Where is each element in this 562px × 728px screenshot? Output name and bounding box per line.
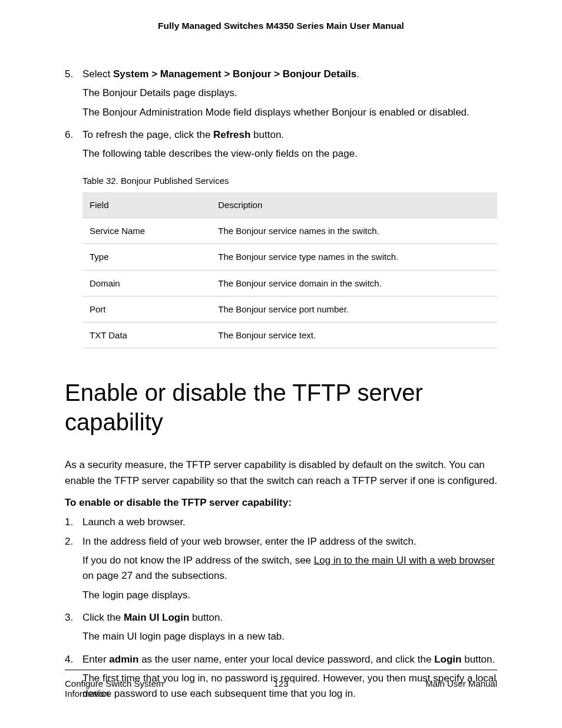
- table-header-row: Field Description: [82, 192, 497, 218]
- text: .: [356, 68, 359, 80]
- col-header-field: Field: [82, 192, 211, 218]
- menu-path: System > Management > Bonjour > Bonjour …: [113, 68, 356, 80]
- cell-field: TXT Data: [82, 322, 211, 348]
- bonjour-services-table: Field Description Service Name The Bonjo…: [82, 192, 497, 349]
- page-header: Fully Managed Switches M4350 Series Main…: [65, 21, 497, 31]
- sub-paragraph: The following table describes the view-o…: [82, 146, 497, 162]
- text: Select: [82, 68, 113, 80]
- sub-paragraph: The Bonjour Details page displays.: [82, 85, 497, 101]
- intro-paragraph: As a security measure, the TFTP server c…: [65, 457, 497, 489]
- cell-field: Port: [82, 296, 211, 322]
- footer-manual-name: Main User Manual: [425, 678, 497, 699]
- table-caption: Table 32. Bonjour Published Services: [82, 174, 497, 187]
- cell-field: Domain: [82, 270, 211, 296]
- table-row: Service Name The Bonjour service names i…: [82, 218, 497, 244]
- cross-reference-link[interactable]: Log in to the main UI with a web browser: [314, 555, 495, 566]
- cell-desc: The Bonjour service domain in the switch…: [211, 270, 497, 296]
- list-item: 1. Launch a web browser.: [65, 515, 497, 530]
- list-item: 5. Select System > Management > Bonjour …: [65, 67, 497, 124]
- table-row: Type The Bonjour service type names in t…: [82, 244, 497, 270]
- text: In the address field of your web browser…: [82, 536, 416, 547]
- text: Launch a web browser.: [82, 516, 186, 528]
- text: button.: [461, 654, 495, 665]
- list-number: 1.: [65, 515, 82, 530]
- text: as the user name, enter your local devic…: [138, 654, 434, 665]
- footer-section-name: Configure Switch System Information: [65, 678, 183, 699]
- list-item: 6. To refresh the page, click the Refres…: [65, 127, 497, 366]
- button-label: Login: [434, 654, 461, 665]
- section-heading: Enable or disable the TFTP server capabi…: [65, 378, 497, 437]
- text: Enter: [82, 654, 109, 665]
- sub-paragraph: If you do not know the IP address of the…: [82, 553, 497, 584]
- list-number: 2.: [65, 534, 82, 607]
- cell-desc: The Bonjour service type names in the sw…: [211, 244, 497, 270]
- col-header-desc: Description: [211, 192, 497, 218]
- page-footer: Configure Switch System Information 123 …: [65, 670, 497, 699]
- list-number: 6.: [65, 127, 82, 366]
- text: Click the: [82, 612, 124, 623]
- button-label: Main UI Login: [124, 612, 189, 623]
- cell-field: Type: [82, 244, 211, 270]
- text: To refresh the page, click the: [82, 129, 213, 140]
- sub-paragraph: The main UI login page displays in a new…: [82, 629, 497, 644]
- table-row: TXT Data The Bonjour service text.: [82, 322, 497, 348]
- button-label: Refresh: [213, 129, 250, 140]
- table-row: Domain The Bonjour service domain in the…: [82, 270, 497, 296]
- table-row: Port The Bonjour service port number.: [82, 296, 497, 322]
- list-number: 5.: [65, 67, 82, 124]
- text: If you do not know the IP address of the…: [82, 555, 314, 566]
- list-item: 3. Click the Main UI Login button. The m…: [65, 610, 497, 648]
- cell-desc: The Bonjour service names in the switch.: [211, 218, 497, 244]
- sub-paragraph: The login page displays.: [82, 588, 497, 603]
- text: button.: [189, 612, 223, 623]
- cell-field: Service Name: [82, 218, 211, 244]
- text: button.: [250, 129, 284, 140]
- list-number: 3.: [65, 610, 82, 648]
- username: admin: [109, 654, 138, 665]
- list-item: 2. In the address field of your web brow…: [65, 534, 497, 607]
- text: on page 27 and the subsections.: [82, 570, 227, 581]
- sub-paragraph: The Bonjour Administration Mode field di…: [82, 105, 497, 120]
- procedure-list-1: 5. Select System > Management > Bonjour …: [65, 67, 497, 366]
- procedure-title: To enable or disable the TFTP server cap…: [65, 497, 497, 509]
- cell-desc: The Bonjour service text.: [211, 322, 497, 348]
- cell-desc: The Bonjour service port number.: [211, 296, 497, 322]
